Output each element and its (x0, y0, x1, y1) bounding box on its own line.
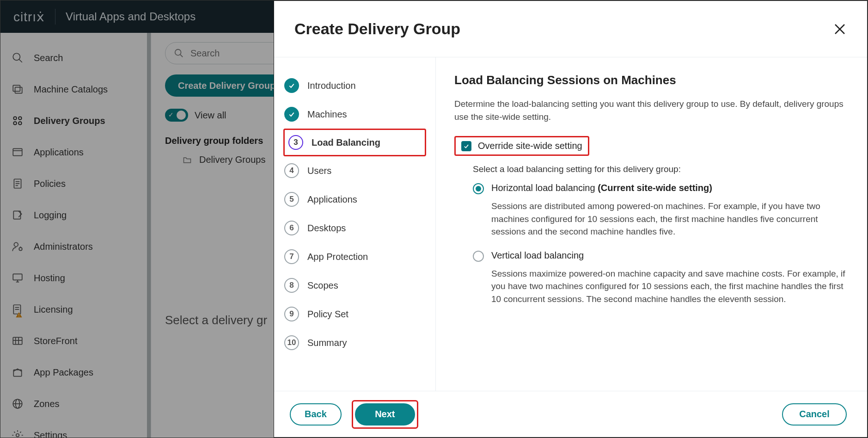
modal-title: Create Delivery Group (294, 20, 460, 38)
detail-description: Determine the load-balancing setting you… (454, 98, 847, 123)
step-label: Users (307, 166, 331, 176)
step-policy-set[interactable]: 9 Policy Set (283, 300, 426, 328)
radio-vertical-desc: Sessions maximize powered-on machine cap… (491, 267, 847, 306)
step-label: Machines (307, 109, 347, 120)
override-checkbox[interactable] (461, 141, 471, 151)
override-label: Override site-wide setting (478, 141, 582, 151)
step-label: App Protection (307, 252, 368, 262)
radio-horizontal-desc: Sessions are distributed among powered-o… (491, 200, 847, 238)
close-icon[interactable] (833, 22, 847, 36)
step-label: Desktops (307, 223, 346, 234)
detail-title: Load Balancing Sessions on Machines (454, 73, 847, 87)
radio-horizontal[interactable]: Horizontal load balancing (Current site-… (473, 183, 847, 194)
step-label: Scopes (307, 280, 338, 291)
step-scopes[interactable]: 8 Scopes (283, 271, 426, 300)
radio-vertical-input[interactable] (473, 251, 484, 262)
step-app-protection[interactable]: 7 App Protection (283, 242, 426, 271)
modal-footer: Back Next Cancel (274, 391, 867, 437)
radio-horizontal-label: Horizontal load balancing (491, 183, 595, 193)
radio-horizontal-tag: (Current site-wide setting) (598, 183, 712, 193)
step-label: Policy Set (307, 309, 348, 320)
step-machines[interactable]: Machines (283, 100, 426, 129)
step-label: Summary (307, 338, 347, 348)
step-label: Load Balancing (312, 137, 380, 148)
step-applications[interactable]: 5 Applications (283, 185, 426, 214)
step-introduction[interactable]: Introduction (283, 71, 426, 100)
step-label: Applications (307, 194, 357, 205)
step-summary[interactable]: 10 Summary (283, 328, 426, 357)
step-label: Introduction (307, 80, 356, 91)
radio-vertical-label: Vertical load balancing (491, 250, 584, 261)
wizard-detail: Load Balancing Sessions on Machines Dete… (436, 57, 867, 391)
step-desktops[interactable]: 6 Desktops (283, 214, 426, 242)
step-users[interactable]: 4 Users (283, 156, 426, 185)
step-load-balancing[interactable]: 3 Load Balancing (287, 132, 422, 153)
create-delivery-group-modal: Create Delivery Group Introduction Machi… (274, 0, 868, 438)
next-button[interactable]: Next (355, 403, 415, 426)
cancel-button[interactable]: Cancel (782, 403, 847, 426)
step-load-balancing-highlight: 3 Load Balancing (283, 129, 426, 156)
radio-vertical[interactable]: Vertical load balancing (473, 250, 847, 262)
wizard-steps: Introduction Machines 3 Load Balancing 4… (274, 57, 436, 391)
back-button[interactable]: Back (290, 403, 342, 426)
next-button-highlight: Next (352, 400, 418, 429)
override-highlight: Override site-wide setting (454, 136, 589, 156)
select-balancing-hint: Select a load balancing setting for this… (473, 164, 847, 174)
radio-horizontal-input[interactable] (473, 183, 484, 194)
